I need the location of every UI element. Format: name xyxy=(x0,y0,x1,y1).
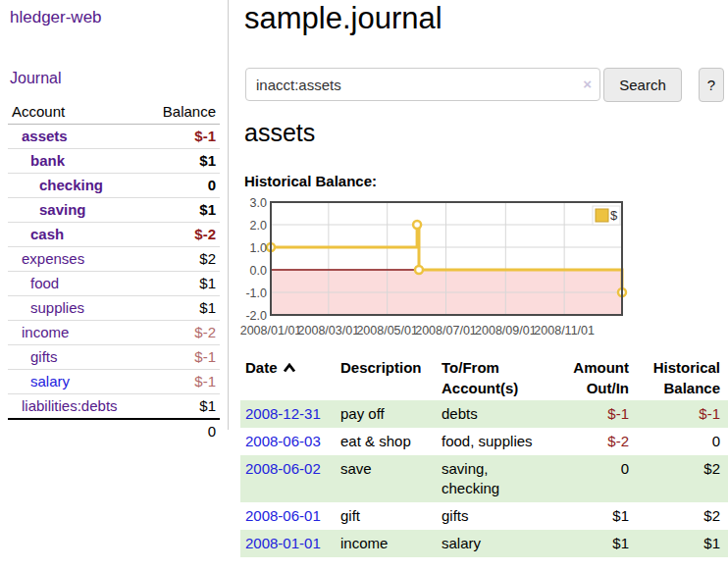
transaction-amount: 0 xyxy=(554,455,629,502)
sidebar: hledger-web Journal Account Balance asse… xyxy=(0,0,229,430)
transaction-description: save xyxy=(336,455,437,502)
account-link[interactable]: expenses xyxy=(22,250,84,267)
data-point-marker[interactable] xyxy=(413,221,421,229)
search-input[interactable] xyxy=(245,68,600,101)
account-link[interactable]: saving xyxy=(39,201,86,218)
accounts-total-spacer xyxy=(8,419,145,443)
transaction-accounts: food, supplies xyxy=(437,428,554,455)
account-row: liabilities:debts$1 xyxy=(8,394,220,420)
account-balance: $1 xyxy=(145,149,220,174)
account-name-cell: cash xyxy=(8,223,145,247)
accounts-header-account: Account xyxy=(8,100,145,125)
x-axis-tick-label: 2008/05/01 xyxy=(356,324,418,337)
y-axis-tick-label: 1.0 xyxy=(250,241,267,255)
account-row: food$1 xyxy=(8,272,220,296)
register-header-date-label: Date xyxy=(245,359,278,376)
y-axis-tick-label: -2.0 xyxy=(245,309,267,323)
account-balance: $1 xyxy=(145,198,220,223)
account-name-cell: checking xyxy=(8,174,145,198)
account-link[interactable]: liabilities:debts xyxy=(22,397,118,414)
app-brand-link[interactable]: hledger-web xyxy=(10,8,102,27)
transaction-description: eat & shop xyxy=(336,428,437,455)
account-row: income$-2 xyxy=(8,321,220,345)
account-link[interactable]: supplies xyxy=(30,299,84,316)
transaction-date-cell: 2008-06-01 xyxy=(240,502,336,530)
transaction-date-link[interactable]: 2008-06-01 xyxy=(245,507,321,524)
transaction-date-link[interactable]: 2008-06-03 xyxy=(245,433,321,449)
register-table-body: 2008-12-31pay offdebts$-1$-12008-06-03ea… xyxy=(240,400,728,557)
account-name-cell: assets xyxy=(8,125,145,149)
account-name-cell: liabilities:debts xyxy=(8,394,145,420)
legend-swatch xyxy=(596,209,608,222)
transaction-accounts: debts xyxy=(437,400,554,428)
y-axis-tick-label: 2.0 xyxy=(250,219,267,233)
transaction-date-cell: 2008-06-03 xyxy=(240,428,336,455)
account-link[interactable]: income xyxy=(22,324,69,340)
transaction-accounts-text: saving, checking xyxy=(442,459,540,498)
accounts-table-body: assets$-1bank$1checking0saving$1cash$-2e… xyxy=(8,125,220,420)
account-link[interactable]: gifts xyxy=(30,348,58,365)
register-header-date[interactable]: Date xyxy=(240,355,336,400)
transaction-accounts: salary xyxy=(437,530,554,557)
y-axis-tick-label: -1.0 xyxy=(245,286,267,300)
transaction-date-cell: 2008-12-31 xyxy=(240,400,336,428)
transaction-amount: $-2 xyxy=(554,428,629,455)
transaction-amount: $-1 xyxy=(554,400,629,428)
accounts-header-balance: Balance xyxy=(145,100,220,125)
account-name-cell: supplies xyxy=(8,296,145,321)
account-row: gifts$-1 xyxy=(8,345,220,370)
account-name-cell: salary xyxy=(8,370,145,394)
account-page-title: assets xyxy=(244,119,315,147)
transaction-date-cell: 2008-06-02 xyxy=(240,455,336,502)
register-table: Date Description To/From Account(s) Amou… xyxy=(240,355,728,557)
account-link[interactable]: bank xyxy=(30,152,65,169)
transaction-amount: $1 xyxy=(554,502,629,530)
account-name-cell: food xyxy=(8,272,145,296)
account-link[interactable]: checking xyxy=(39,177,103,193)
search-box: × xyxy=(245,68,600,101)
account-link[interactable]: food xyxy=(30,275,59,291)
transaction-accounts: gifts xyxy=(437,502,554,530)
clear-search-icon[interactable]: × xyxy=(583,76,592,93)
x-axis-tick-label: 2008/03/01 xyxy=(298,324,360,337)
account-link[interactable]: assets xyxy=(22,128,68,144)
account-balance: $-1 xyxy=(145,125,220,149)
account-balance: $-1 xyxy=(145,370,220,394)
account-balance: $-2 xyxy=(145,321,220,345)
transaction-balance: $2 xyxy=(629,455,728,502)
accounts-total-row: 0 xyxy=(8,419,220,443)
account-link[interactable]: salary xyxy=(30,373,70,389)
transaction-date-link[interactable]: 2008-12-31 xyxy=(245,405,321,422)
register-header-amount: Amount Out/In xyxy=(554,355,629,400)
account-name-cell: saving xyxy=(8,198,145,223)
transaction-description: gift xyxy=(336,502,437,530)
transaction-row: 2008-01-01incomesalary$1$1 xyxy=(240,530,728,557)
sort-ascending-icon xyxy=(283,363,296,373)
account-balance: $1 xyxy=(145,272,220,296)
legend-label: $ xyxy=(610,208,618,223)
account-balance: $2 xyxy=(145,247,220,272)
account-row: bank$1 xyxy=(8,149,220,174)
data-point-marker[interactable] xyxy=(415,266,423,274)
x-axis-tick-label: 2008/01/01 xyxy=(240,324,302,337)
search-button[interactable]: Search xyxy=(603,68,682,102)
help-button[interactable]: ? xyxy=(699,68,724,102)
historical-balance-chart[interactable]: $3.02.01.00.0-1.0-2.02008/01/012008/03/0… xyxy=(238,194,631,341)
transaction-description: pay off xyxy=(336,400,437,428)
account-row: cash$-2 xyxy=(8,223,220,247)
transaction-date-link[interactable]: 2008-06-02 xyxy=(245,460,321,477)
account-name-cell: expenses xyxy=(8,247,145,272)
register-header-description: Description xyxy=(336,355,437,400)
register-header-balance: Historical Balance xyxy=(629,355,728,400)
transaction-balance: $1 xyxy=(629,530,728,557)
account-link[interactable]: cash xyxy=(30,226,64,242)
transaction-balance: $2 xyxy=(629,502,728,530)
transaction-row: 2008-06-02savesaving, checking0$2 xyxy=(240,455,728,502)
transaction-row: 2008-06-01giftgifts$1$2 xyxy=(240,502,728,530)
transaction-date-link[interactable]: 2008-01-01 xyxy=(245,535,321,551)
sidebar-item-journal[interactable]: Journal xyxy=(10,70,61,87)
account-balance: $1 xyxy=(145,296,220,321)
chart-title: Historical Balance: xyxy=(244,173,377,189)
register-header-row: Date Description To/From Account(s) Amou… xyxy=(240,355,728,400)
account-balance: $-2 xyxy=(145,223,220,247)
